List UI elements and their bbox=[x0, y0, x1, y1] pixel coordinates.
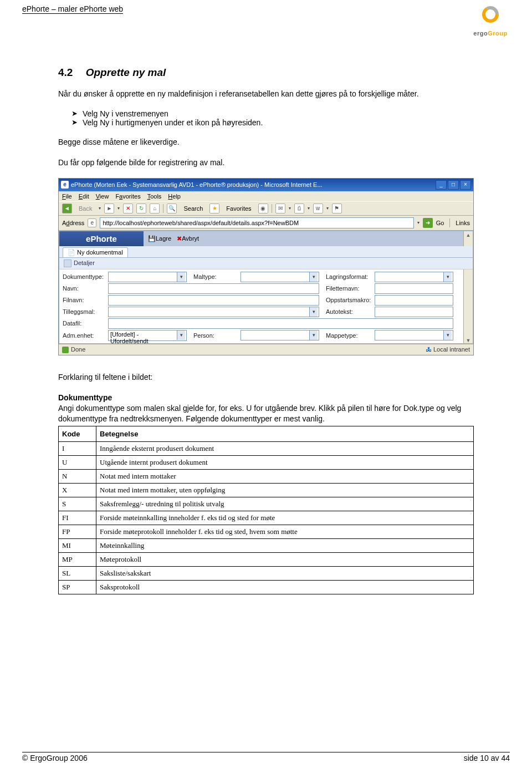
table-row: SSaksfremlegg/- utredning til politisk u… bbox=[59, 497, 474, 511]
favorites-icon[interactable]: ★ bbox=[209, 204, 219, 213]
bullet-1: Velg Ny i venstremenyen bbox=[71, 109, 474, 118]
menu-bar: File Edit View Favorites Tools Help bbox=[59, 191, 473, 201]
heading-title: Opprette ny mal bbox=[86, 67, 166, 78]
search-button[interactable]: Search bbox=[180, 205, 206, 212]
links-label[interactable]: Links bbox=[456, 220, 470, 226]
home-icon[interactable]: ⌂ bbox=[150, 204, 160, 213]
menu-edit[interactable]: Edit bbox=[79, 193, 89, 200]
close-button[interactable]: × bbox=[460, 180, 471, 190]
input-datafil[interactable] bbox=[108, 318, 453, 329]
section-heading: 4.2 Opprette ny mal bbox=[58, 67, 474, 79]
input-tillegg[interactable] bbox=[108, 307, 319, 317]
heading-num: 4.2 bbox=[58, 67, 73, 79]
table-row: FIForside møteinnkalling inneholder f. e… bbox=[59, 511, 474, 525]
table-row: MPMøteprotokoll bbox=[59, 553, 474, 567]
back-icon[interactable]: ◄ bbox=[62, 204, 72, 213]
save-icon: 💾 bbox=[148, 235, 156, 242]
favorites-button[interactable]: Favorites bbox=[223, 205, 254, 212]
th-kode: Kode bbox=[59, 426, 96, 442]
table-row: MIMøteinnkalling bbox=[59, 539, 474, 553]
cell-betegnelse: Møteinnkalling bbox=[96, 539, 474, 553]
cell-betegnelse: Saksliste/sakskart bbox=[96, 567, 474, 581]
panel-header: Detaljer bbox=[59, 258, 473, 269]
mail-icon[interactable]: ✉ bbox=[275, 204, 285, 213]
input-autotekst[interactable] bbox=[375, 307, 453, 317]
th-bet: Betegnelse bbox=[96, 426, 474, 442]
input-filnavn[interactable] bbox=[108, 295, 319, 306]
bullet-2: Velg Ny i hurtigmenyen under et ikon på … bbox=[71, 118, 474, 127]
doktype-heading: Dokumenttype bbox=[58, 393, 112, 402]
menu-view[interactable]: View bbox=[96, 193, 109, 200]
cell-kode: S bbox=[59, 497, 96, 511]
window-titlebar: e ePhorte (Morten Eek - Systemansvarlig … bbox=[59, 179, 473, 191]
input-lagring[interactable] bbox=[375, 272, 453, 282]
refresh-icon[interactable]: ↻ bbox=[136, 204, 146, 213]
forward-icon[interactable]: ► bbox=[104, 204, 114, 213]
input-mappetype[interactable] bbox=[375, 330, 453, 340]
vertical-scrollbar[interactable]: ▼ bbox=[463, 269, 473, 343]
tab-new-template[interactable]: 📄 Ny dokumentmal bbox=[63, 247, 128, 257]
search-icon[interactable]: 🔍 bbox=[167, 204, 177, 213]
new-doc-icon: 📄 bbox=[68, 249, 75, 256]
go-button[interactable]: ➜ bbox=[423, 218, 433, 228]
address-bar: Address e ▾ ➜ Go Links bbox=[59, 216, 473, 231]
intro-para: Når du ønsker å opprette en ny maldefini… bbox=[58, 89, 474, 99]
cell-kode: X bbox=[59, 484, 96, 497]
input-navn[interactable] bbox=[108, 283, 319, 294]
table-row: FPForside møteprotokoll inneholder f. ek… bbox=[59, 525, 474, 539]
label-datafil: Datafil: bbox=[63, 320, 108, 327]
form-grid: Dokumenttype: Maltype: Lagringsformat: N… bbox=[59, 269, 463, 343]
minimize-button[interactable]: _ bbox=[436, 180, 447, 190]
cell-betegnelse: Saksprotokoll bbox=[96, 581, 474, 594]
table-row: XNotat med intern mottaker, uten oppfølg… bbox=[59, 484, 474, 497]
para-equal: Begge disse måtene er likeverdige. bbox=[58, 137, 474, 148]
cell-kode: FP bbox=[59, 525, 96, 539]
scroll-up[interactable]: ▲ bbox=[463, 231, 473, 246]
label-oppstart: Oppstartsmakro: bbox=[326, 297, 375, 303]
menu-file[interactable]: File bbox=[62, 193, 72, 200]
input-doktype[interactable] bbox=[108, 272, 187, 282]
cell-kode: U bbox=[59, 456, 96, 470]
print-icon[interactable]: ⎙ bbox=[294, 204, 304, 213]
discuss-icon[interactable]: ⚑ bbox=[332, 204, 342, 213]
menu-fav[interactable]: Favorites bbox=[115, 193, 140, 200]
logo-text-1: ergo bbox=[473, 30, 488, 37]
address-input[interactable] bbox=[100, 217, 413, 228]
go-label[interactable]: Go bbox=[436, 220, 444, 226]
table-row: SPSaksprotokoll bbox=[59, 581, 474, 594]
cell-kode: FI bbox=[59, 511, 96, 525]
cell-betegnelse: Møteprotokoll bbox=[96, 553, 474, 567]
page-icon: e bbox=[88, 218, 96, 227]
explain-lead: Forklaring til feltene i bildet: bbox=[58, 372, 474, 383]
input-person[interactable] bbox=[241, 330, 319, 340]
window-title: ePhorte (Morten Eek - Systemansvarlig AV… bbox=[71, 181, 323, 188]
label-navn: Navn: bbox=[63, 285, 108, 292]
cell-betegnelse: Forside møteinnkalling inneholder f. eks… bbox=[96, 511, 474, 525]
label-maltype: Maltype: bbox=[193, 273, 241, 280]
intranet-icon: 🖧 bbox=[426, 346, 432, 353]
menu-tools[interactable]: Tools bbox=[147, 193, 162, 200]
save-button[interactable]: 💾Lagre bbox=[148, 235, 171, 242]
cell-betegnelse: Notat med intern mottaker bbox=[96, 470, 474, 484]
media-icon[interactable]: ◉ bbox=[258, 204, 268, 213]
table-row: UUtgående internt produsert dokument bbox=[59, 456, 474, 470]
status-intranet: Local intranet bbox=[433, 346, 470, 353]
edit-icon[interactable]: w bbox=[313, 204, 323, 213]
company-logo: ergoGroup bbox=[471, 4, 510, 37]
back-button[interactable]: Back bbox=[75, 205, 95, 212]
input-oppstart[interactable] bbox=[375, 295, 453, 306]
collapse-icon[interactable] bbox=[64, 260, 71, 267]
stop-icon[interactable]: ✕ bbox=[123, 204, 133, 213]
input-maltype[interactable] bbox=[241, 272, 319, 282]
table-row: SLSaksliste/sakskart bbox=[59, 567, 474, 581]
input-adm[interactable]: [Ufordelt] - Ufordelt/sendt bbox=[108, 330, 187, 341]
label-adm: Adm.enhet: bbox=[63, 332, 108, 339]
footer-copyright: © ErgoGroup 2006 bbox=[22, 754, 88, 762]
maximize-button[interactable]: □ bbox=[448, 180, 459, 190]
address-label: Address bbox=[62, 220, 84, 226]
cell-betegnelse: Forside møteprotokoll inneholder f. eks … bbox=[96, 525, 474, 539]
menu-help[interactable]: Help bbox=[168, 193, 181, 200]
input-filetter[interactable] bbox=[375, 283, 453, 294]
cell-kode: I bbox=[59, 442, 96, 456]
cancel-button[interactable]: ✖Avbryt bbox=[177, 235, 199, 242]
